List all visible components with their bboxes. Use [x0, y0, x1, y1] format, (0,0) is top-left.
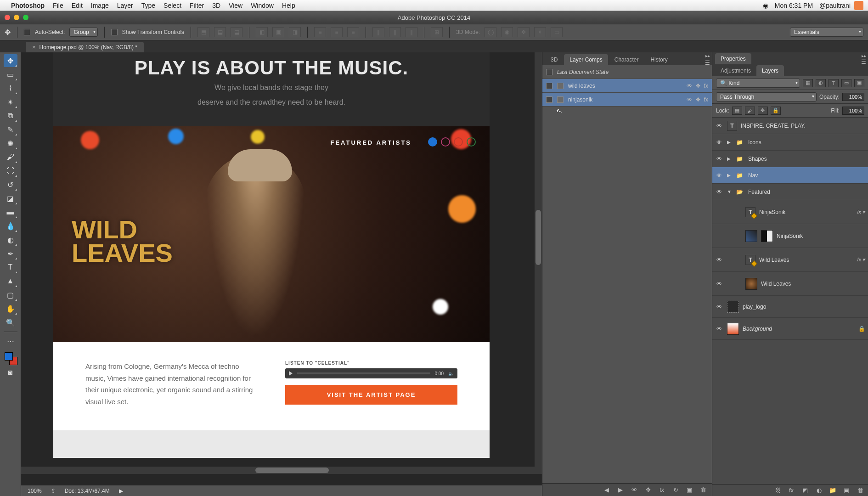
layer-visibility-icon[interactable]: 👁: [715, 281, 723, 287]
audio-progress-track[interactable]: [297, 372, 430, 374]
close-document-icon[interactable]: ×: [32, 44, 36, 51]
panel-tab-adjustments[interactable]: Adjustments: [715, 65, 756, 76]
delete-comp-icon[interactable]: 🗑: [699, 486, 707, 494]
layer-style-icon[interactable]: fx: [787, 487, 795, 494]
show-transform-checkbox[interactable]: [111, 29, 118, 35]
panel-tab-history[interactable]: History: [645, 54, 673, 65]
layer-comp-last-state[interactable]: Last Document State: [542, 65, 712, 79]
auto-align-icon[interactable]: ⊞: [431, 27, 443, 37]
auto-select-mode-dropdown[interactable]: Group: [69, 28, 97, 37]
zoom-tool[interactable]: 🔍: [4, 316, 17, 329]
layer-row[interactable]: 👁 ▶ 📁 Nav: [712, 167, 868, 184]
rectangular-marquee-tool[interactable]: ▭: [4, 68, 17, 81]
audio-player[interactable]: 0:00 🔈: [285, 368, 457, 378]
panel-collapse-icon[interactable]: ▸▸: [862, 53, 866, 58]
align-bottom-edges-icon[interactable]: ⬓: [231, 27, 242, 37]
layer-row[interactable]: NinjaSonik: [712, 224, 868, 248]
new-layer-icon[interactable]: ▣: [842, 487, 851, 494]
menu-layer[interactable]: Layer: [117, 2, 133, 9]
layer-visibility-icon[interactable]: 👁: [715, 139, 723, 146]
quick-mask-icon[interactable]: ◙: [4, 366, 17, 379]
layer-comp-row[interactable]: ninjasonik 👁✥fx: [542, 93, 712, 107]
panel-tab-layer-comps[interactable]: Layer Comps: [564, 54, 608, 65]
doc-size-readout[interactable]: Doc: 13.4M/67.4M: [65, 488, 110, 494]
filter-pixel-icon[interactable]: ▦: [803, 79, 813, 87]
workspace-switcher-dropdown[interactable]: Essentials: [790, 28, 863, 37]
blur-tool[interactable]: 💧: [4, 220, 17, 232]
layer-comp-row[interactable]: wild leaves 👁✥fx: [542, 79, 712, 93]
window-minimize-button[interactable]: [14, 15, 19, 20]
layer-visibility-icon[interactable]: 👁: [715, 156, 723, 162]
layer-comp-apply-checkbox[interactable]: [546, 69, 552, 75]
filter-adjustment-icon[interactable]: ◐: [816, 79, 826, 87]
share-icon[interactable]: ⇪: [51, 488, 56, 494]
menu-select[interactable]: Select: [163, 2, 181, 9]
layer-comp-apply-checkbox[interactable]: [546, 96, 552, 103]
clone-stamp-tool[interactable]: ⛶: [4, 164, 17, 177]
layer-row[interactable]: 👁 T Wild Leaves fx ▾: [712, 248, 868, 272]
layer-visibility-icon[interactable]: 👁: [715, 123, 723, 129]
auto-select-checkbox[interactable]: [24, 29, 30, 35]
magic-wand-tool[interactable]: ✴: [4, 96, 17, 108]
menu-filter[interactable]: Filter: [190, 2, 204, 9]
lock-all-icon[interactable]: 🔒: [771, 107, 781, 115]
3d-roll-icon[interactable]: ◉: [501, 27, 513, 37]
menu-edit[interactable]: Edit: [72, 2, 83, 9]
cc-sync-icon[interactable]: ◉: [763, 2, 768, 9]
lasso-tool[interactable]: ⌇: [4, 82, 17, 95]
menu-image[interactable]: Image: [91, 2, 109, 9]
layer-lock-icon[interactable]: 🔒: [858, 326, 865, 332]
edit-toolbar-icon[interactable]: ⋯: [4, 335, 17, 348]
color-swatches[interactable]: [4, 351, 17, 365]
visit-artist-button[interactable]: VISIT THE ARTIST PAGE: [285, 385, 457, 405]
lock-position-icon[interactable]: ✥: [758, 107, 768, 115]
update-visibility-icon[interactable]: 👁: [630, 486, 638, 494]
brush-tool[interactable]: 🖌: [4, 151, 17, 163]
menu-3d[interactable]: 3D: [212, 2, 220, 9]
align-vertical-centers-icon[interactable]: ⬓: [214, 27, 226, 37]
distribute-hcenter-icon[interactable]: ‖: [389, 27, 401, 37]
distribute-top-icon[interactable]: ≡: [314, 27, 326, 37]
menu-file[interactable]: File: [53, 2, 63, 9]
window-zoom-button[interactable]: [23, 15, 28, 20]
add-mask-icon[interactable]: ◩: [801, 487, 809, 494]
artist-dot-4[interactable]: [467, 137, 476, 147]
layer-row[interactable]: 👁 ▼ 📂 Featured: [712, 184, 868, 200]
foreground-color-swatch[interactable]: [5, 352, 13, 361]
eraser-tool[interactable]: ◪: [4, 192, 17, 205]
layer-comp-apply-checkbox[interactable]: [546, 83, 552, 89]
panel-tab-properties[interactable]: Properties: [715, 53, 751, 64]
layer-row[interactable]: 👁 T INSPIRE. CREATE. PLAY.: [712, 118, 868, 134]
eyedropper-tool[interactable]: ✎: [4, 123, 17, 136]
layer-row[interactable]: 👁 Background 🔒: [712, 318, 868, 340]
new-group-icon[interactable]: 📁: [829, 487, 837, 494]
status-arrow-icon[interactable]: ▶: [119, 488, 123, 494]
menu-window[interactable]: Window: [251, 2, 274, 9]
dodge-tool[interactable]: ◐: [4, 233, 17, 246]
blend-mode-dropdown[interactable]: Pass Through: [716, 92, 817, 101]
layer-filter-type-dropdown[interactable]: 🔍 Kind: [716, 79, 800, 88]
next-comp-icon[interactable]: ▶: [616, 486, 625, 494]
move-tool[interactable]: ✥: [4, 54, 17, 67]
distribute-bottom-icon[interactable]: ≡: [347, 27, 359, 37]
delete-layer-icon[interactable]: 🗑: [856, 487, 864, 494]
volume-icon[interactable]: 🔈: [448, 371, 454, 376]
3d-scale-icon[interactable]: ▭: [551, 27, 563, 37]
align-right-edges-icon[interactable]: ◨: [289, 27, 301, 37]
layer-row[interactable]: 👁 ▶ 📁 Icons: [712, 134, 868, 151]
panel-flyout-menu-icon[interactable]: ☰: [861, 59, 866, 65]
zoom-level[interactable]: 100%: [28, 488, 42, 494]
crop-tool[interactable]: ⧉: [4, 109, 17, 122]
layer-fx-indicator[interactable]: fx ▾: [857, 209, 865, 215]
panel-collapse-icon[interactable]: ▸▸: [705, 53, 710, 58]
app-name[interactable]: Photoshop: [11, 2, 45, 9]
layer-visibility-icon[interactable]: 👁: [715, 304, 723, 310]
layer-row[interactable]: 👁 ▶ 📁 Shapes: [712, 151, 868, 167]
lock-transparency-icon[interactable]: ▦: [732, 107, 742, 115]
panel-tab-character[interactable]: Character: [609, 54, 644, 65]
layer-visibility-icon[interactable]: 👁: [715, 257, 723, 263]
menubar-avatar-icon[interactable]: [854, 1, 863, 10]
filter-shape-icon[interactable]: ▭: [841, 79, 851, 87]
type-tool[interactable]: T: [4, 261, 17, 274]
lock-pixels-icon[interactable]: 🖌: [745, 107, 755, 115]
